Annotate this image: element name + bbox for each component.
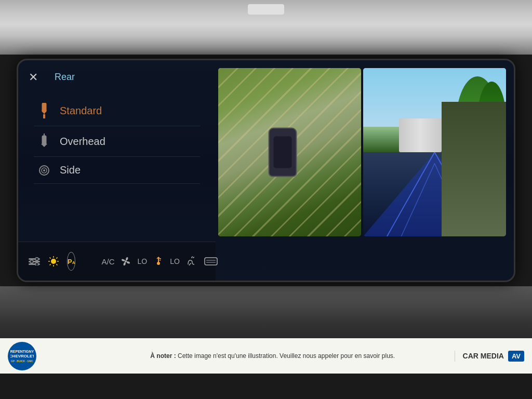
note-text: Cette image n'est qu'une illustration. V…: [178, 352, 395, 360]
svg-line-22: [56, 258, 57, 259]
svg-point-12: [35, 258, 38, 261]
lo-label-2: LO: [170, 257, 180, 265]
svg-point-24: [125, 260, 127, 262]
screen-container: ✕ Rear Standard: [0, 55, 532, 286]
menu-item-overhead[interactable]: Overhead: [34, 126, 200, 157]
display-screen: ✕ Rear Standard: [17, 59, 515, 282]
standard-icon: [34, 103, 55, 118]
standard-label: Standard: [60, 105, 102, 117]
left-panel: ✕ Rear Standard: [18, 60, 216, 281]
car-bottom-panel: [0, 286, 532, 338]
footer-bar: REPENTIGNY CHEVROLET GP · BUICK · GMC À …: [0, 338, 532, 374]
settings-icon: [29, 257, 40, 265]
heated-seat-icon: [186, 256, 197, 267]
fan-icon: [121, 256, 131, 267]
parking-button[interactable]: PA: [67, 252, 75, 271]
svg-point-14: [35, 263, 38, 266]
ac-label: A/C: [101, 257, 114, 266]
svg-rect-29: [205, 258, 217, 265]
lo-label-1: LO: [137, 257, 147, 265]
svg-point-13: [30, 260, 33, 263]
note-prefix: À noter :: [150, 352, 176, 360]
dealer-logo: REPENTIGNY CHEVROLET GP · BUICK · GMC: [8, 342, 91, 370]
dealer-logo-icon: REPENTIGNY CHEVROLET GP · BUICK · GMC: [8, 342, 36, 370]
overhead-car-shape: [268, 128, 297, 177]
svg-rect-3: [42, 136, 46, 145]
panel-title: Rear: [55, 72, 200, 83]
av-badge: AV: [508, 351, 524, 362]
right-panel: [216, 60, 514, 281]
svg-line-23: [50, 264, 51, 265]
overhead-camera-view: [218, 68, 361, 236]
brightness-icon: [48, 256, 59, 267]
svg-rect-2: [43, 114, 45, 118]
svg-line-20: [50, 258, 51, 259]
temp-driver-icon: [153, 256, 164, 268]
footer-note: À noter : Cette image n'est qu'une illus…: [99, 352, 447, 360]
svg-text:CHEVROLET: CHEVROLET: [10, 354, 34, 358]
side-icon: [34, 165, 55, 176]
menu-item-side[interactable]: Side: [34, 157, 200, 184]
bottom-controls: PA A/C LO: [18, 242, 216, 281]
menu-item-standard[interactable]: Standard: [34, 96, 200, 126]
overhead-label: Overhead: [60, 136, 105, 148]
svg-marker-4: [41, 144, 47, 147]
car-vent: [248, 4, 284, 15]
close-button[interactable]: ✕: [29, 71, 38, 84]
camera-grid: [218, 68, 506, 236]
rear-defrost-icon: [204, 256, 218, 267]
svg-text:GP · BUICK · GMC: GP · BUICK · GMC: [11, 360, 33, 363]
svg-point-28: [157, 262, 160, 265]
side-label: Side: [60, 164, 81, 176]
rear-camera-view: [363, 68, 506, 236]
svg-line-21: [56, 264, 57, 265]
car-top-panel: [0, 0, 532, 55]
menu-list: Standard Overhead: [34, 96, 200, 184]
carmedia-logo: CAR MEDIA AV: [455, 351, 524, 362]
svg-text:REPENTIGNY: REPENTIGNY: [10, 350, 34, 353]
ac-controls: A/C LO: [101, 256, 218, 268]
overhead-icon: [34, 134, 55, 149]
svg-point-15: [51, 259, 56, 264]
svg-point-8: [43, 169, 45, 171]
carmedia-label: CAR MEDIA: [463, 352, 504, 360]
